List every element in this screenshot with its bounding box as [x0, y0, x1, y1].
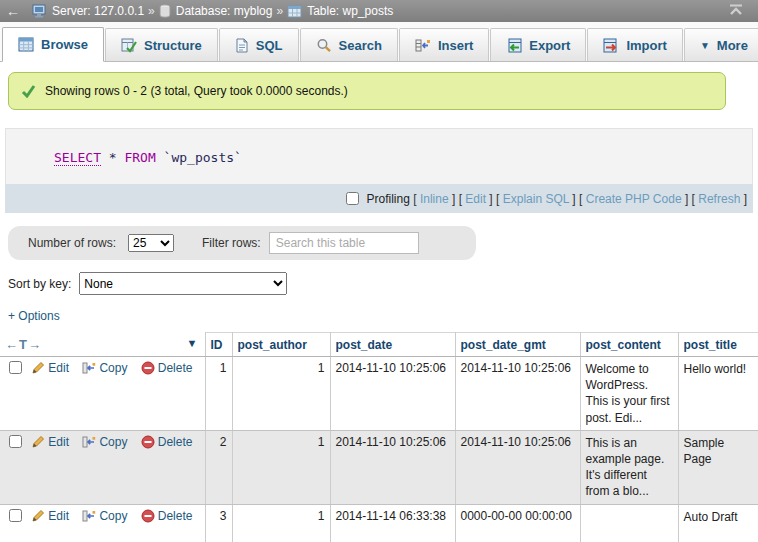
- edit-row-link[interactable]: Edit: [31, 435, 69, 449]
- filter-rows-input[interactable]: [269, 232, 419, 254]
- sql-star: *: [101, 150, 124, 165]
- delete-row-link[interactable]: Delete: [141, 435, 193, 449]
- sort-by-key-select[interactable]: None: [79, 272, 287, 295]
- options-toggle-link[interactable]: + Options: [8, 309, 60, 323]
- copy-row-link[interactable]: Copy: [82, 509, 127, 523]
- number-of-rows-select[interactable]: 25: [128, 234, 174, 252]
- column-order-arrows-icon[interactable]: ←T→: [5, 337, 42, 352]
- profiling-label: Profiling: [367, 192, 410, 206]
- cell-post-title: Auto Draft: [678, 504, 758, 542]
- copy-icon: [82, 509, 96, 523]
- cell-post-content: This is an example page. It's different …: [580, 430, 678, 504]
- cell-post-content: Welcome to WordPress. This is your first…: [580, 357, 678, 431]
- row-actions: Edit Copy Delete: [0, 357, 205, 431]
- tab-browse[interactable]: Browse: [2, 27, 104, 62]
- edit-row-link[interactable]: Edit: [31, 509, 69, 523]
- table-row: Edit Copy Delete 2 1 2014-11-10 10:25:06…: [0, 430, 758, 504]
- breadcrumb-server[interactable]: Server: 127.0.0.1: [32, 4, 144, 18]
- delete-icon: [141, 509, 155, 523]
- tab-label: Export: [529, 38, 570, 53]
- delete-row-link[interactable]: Delete: [141, 509, 193, 523]
- sort-controls: Sort by key: None: [8, 272, 758, 295]
- breadcrumb-separator: »: [148, 4, 155, 18]
- breadcrumb-database[interactable]: Database: myblog: [159, 4, 273, 18]
- status-message-text: Showing rows 0 - 2 (3 total, Query took …: [45, 84, 348, 98]
- copy-row-link[interactable]: Copy: [82, 361, 127, 375]
- row-controls: Number of rows: 25 Filter rows:: [8, 226, 476, 260]
- sql-select-keyword[interactable]: SELECT: [54, 150, 101, 166]
- tab-export[interactable]: Export: [490, 28, 586, 61]
- tab-sql[interactable]: SQL: [219, 28, 299, 61]
- query-box: SELECT * FROM `wp_posts` Profiling [ Inl…: [5, 128, 753, 213]
- nav-back-icon[interactable]: ←: [6, 4, 20, 18]
- row-checkbox[interactable]: [9, 509, 22, 522]
- row-actions: Edit Copy Delete: [0, 430, 205, 504]
- breadcrumb-table-label[interactable]: Table: wp_posts: [307, 4, 393, 18]
- actions-column-header: ←T→ ▼: [0, 333, 205, 357]
- profiling-checkbox[interactable]: [346, 192, 359, 205]
- copy-row-link[interactable]: Copy: [82, 435, 127, 449]
- bracket: [: [413, 192, 416, 206]
- header-dropdown-icon[interactable]: ▼: [187, 337, 198, 349]
- table-row: Edit Copy Delete 1 1 2014-11-10 10:25:06…: [0, 357, 758, 431]
- structure-icon: [121, 38, 137, 53]
- bracket: [: [459, 192, 462, 206]
- column-header-id[interactable]: ID: [205, 333, 232, 357]
- insert-icon: [415, 38, 431, 53]
- cell-post-title: Sample Page: [678, 430, 758, 504]
- sql-from-keyword: FROM: [124, 150, 155, 165]
- row-checkbox[interactable]: [9, 435, 22, 448]
- sql-table-ref: `wp_posts`: [156, 150, 242, 165]
- breadcrumb-table[interactable]: Table: wp_posts: [287, 4, 393, 18]
- explain-sql-link[interactable]: Explain SQL: [503, 192, 569, 206]
- column-header-post-date[interactable]: post_date: [330, 333, 455, 357]
- cell-post-date-gmt: 2014-11-10 10:25:06: [455, 357, 580, 431]
- column-header-post-date-gmt[interactable]: post_date_gmt: [455, 333, 580, 357]
- row-actions: Edit Copy Delete: [0, 504, 205, 542]
- cell-id: 2: [205, 430, 232, 504]
- delete-row-link[interactable]: Delete: [141, 361, 193, 375]
- pencil-icon: [31, 435, 45, 449]
- delete-icon: [141, 361, 155, 375]
- table-header-row: ←T→ ▼ ID post_author post_date post_date…: [0, 333, 758, 357]
- chevron-down-icon: ▼: [700, 40, 710, 51]
- success-check-icon: [21, 84, 36, 98]
- table-row: Edit Copy Delete 3 1 2014-11-14 06:33:38…: [0, 504, 758, 542]
- delete-icon: [141, 435, 155, 449]
- cell-post-author: 1: [232, 504, 330, 542]
- cell-post-date-gmt: 2014-11-10 10:25:06: [455, 430, 580, 504]
- database-icon: [159, 4, 171, 18]
- create-php-code-link[interactable]: Create PHP Code: [586, 192, 682, 206]
- tab-more[interactable]: ▼ More: [684, 28, 758, 61]
- bracket: ]: [744, 192, 747, 206]
- pencil-icon: [31, 509, 45, 523]
- tab-search[interactable]: Search: [300, 28, 398, 61]
- pencil-icon: [31, 361, 45, 375]
- scroll-to-top-icon[interactable]: [728, 4, 744, 19]
- inline-link[interactable]: Inline: [420, 192, 449, 206]
- edit-row-link[interactable]: Edit: [31, 361, 69, 375]
- tab-insert[interactable]: Insert: [399, 28, 489, 61]
- status-message: Showing rows 0 - 2 (3 total, Query took …: [8, 72, 726, 110]
- copy-icon: [82, 435, 96, 449]
- column-header-post-author[interactable]: post_author: [232, 333, 330, 357]
- edit-query-link[interactable]: Edit: [465, 192, 486, 206]
- sql-icon: [235, 38, 249, 53]
- tab-label: More: [717, 38, 748, 53]
- column-header-post-title[interactable]: post_title: [678, 333, 758, 357]
- results-table: ←T→ ▼ ID post_author post_date post_date…: [0, 332, 758, 542]
- column-header-post-content[interactable]: post_content: [580, 333, 678, 357]
- tab-label: SQL: [256, 38, 283, 53]
- tab-structure[interactable]: Structure: [105, 28, 218, 61]
- tab-import[interactable]: Import: [587, 28, 682, 61]
- query-links-bar: Profiling [ Inline ] [ Edit ] [ Explain …: [5, 184, 753, 213]
- breadcrumb-server-label[interactable]: Server: 127.0.0.1: [52, 4, 144, 18]
- row-checkbox[interactable]: [9, 361, 22, 374]
- filter-rows-label: Filter rows:: [202, 236, 261, 250]
- sort-by-key-label: Sort by key:: [8, 277, 71, 291]
- breadcrumb-database-label[interactable]: Database: myblog: [176, 4, 273, 18]
- bracket: [: [692, 192, 695, 206]
- tab-label: Structure: [144, 38, 202, 53]
- refresh-link[interactable]: Refresh: [698, 192, 740, 206]
- bracket: ]: [685, 192, 688, 206]
